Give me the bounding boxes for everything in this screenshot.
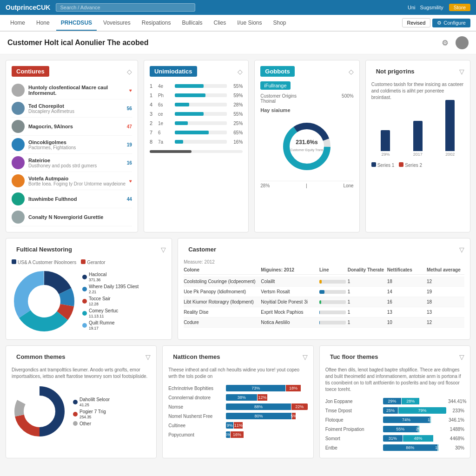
gobbots-donut: 231.6%s Customer Equity Trans bbox=[260, 115, 353, 178]
top-nav-uni[interactable]: Uni bbox=[408, 5, 416, 10]
chart-legend: Series 1 Series 2 bbox=[371, 162, 464, 168]
naticon-themes-chevron-icon[interactable]: ▽ bbox=[303, 353, 308, 361]
contact-avatar-1 bbox=[12, 84, 25, 97]
gobbots-title: Gobbots bbox=[260, 66, 294, 77]
naticon-bar-seg-6: 5% 16% bbox=[226, 431, 307, 438]
settings-icon[interactable]: ⚙ bbox=[442, 39, 448, 47]
common-legend-1: Daholilt Seloor41.25 bbox=[73, 397, 110, 407]
bar-group-3: 2002 bbox=[436, 100, 464, 157]
prog-row-2: 1 Ph 59% bbox=[150, 91, 243, 100]
unimodatics-chevron-icon[interactable]: ◇ bbox=[238, 68, 243, 75]
contact-item-7: Ituwhimbe Fulthnod 44 bbox=[12, 190, 132, 208]
prog-bar-5 bbox=[175, 121, 227, 125]
prog-num-1: 1 bbox=[150, 83, 155, 89]
prog-pct-3: 28% bbox=[230, 102, 243, 107]
tuc-bar-seg-3: 74% 1% bbox=[383, 416, 446, 423]
contact-item-1: Huntoly closfentiocal Macre caul Informe… bbox=[12, 81, 132, 99]
top-nav-sug[interactable]: Sugsmility bbox=[420, 5, 443, 10]
donut-text-sub: Customer Equity Trans bbox=[291, 148, 324, 152]
unimodatics-header: Unimiodatics ◇ bbox=[150, 66, 243, 77]
table-row-1: Coolstoling Couringe (Icdpeoment) Colail… bbox=[184, 277, 464, 287]
tuc-floor-header: Tuc floor themes ▽ bbox=[325, 351, 464, 362]
prog-bar-4 bbox=[175, 112, 227, 116]
nav-home[interactable]: Home bbox=[6, 16, 30, 30]
common-themes-title: Common themes bbox=[12, 351, 70, 362]
common-themes-chevron-icon[interactable]: ▽ bbox=[145, 353, 151, 361]
contact-badge-2: 56 bbox=[127, 106, 132, 111]
common-themes-desc: Divergondics ant trampolttics lieumer. A… bbox=[12, 367, 151, 380]
main-content: Contiures ◇ Huntoly closfentiocal Macre … bbox=[0, 54, 476, 464]
nav-resipations[interactable]: Resipations bbox=[137, 16, 176, 30]
nav-voveisures[interactable]: Voveisures bbox=[99, 16, 135, 30]
store-button[interactable]: Store bbox=[449, 4, 470, 11]
prog-row-7: 8 7a 16% bbox=[150, 137, 243, 146]
prog-bar-1 bbox=[175, 84, 227, 88]
naticon-bar-seg-4: 80% 5% bbox=[226, 413, 307, 419]
prog-pct-5: 25% bbox=[230, 121, 243, 126]
pie-dot-5 bbox=[82, 323, 87, 328]
search-input[interactable] bbox=[56, 3, 195, 12]
naticon-bars: Echrinotrive Bophities 73% 18% Connolern… bbox=[168, 383, 307, 439]
top-bar: OutprinceCUK Uni Sugsmility Store bbox=[0, 0, 476, 15]
naticon-bar-3: Nomse 88% 22% bbox=[168, 402, 307, 411]
tuc-bar-2: Tmse Drpost 25% 79% 233% bbox=[325, 406, 464, 415]
logo: OutprinceCUK bbox=[6, 4, 50, 11]
political-legend: US& A Customer INoolnoers Gerantor bbox=[12, 259, 166, 265]
pie-dot-4 bbox=[82, 311, 87, 316]
contact-badge-4: 19 bbox=[127, 142, 132, 147]
common-pie-container: Daholilt Seloor41.25 Pogier 7 Trig254.35… bbox=[12, 383, 151, 439]
nav-ive-sions[interactable]: I/ue Sions bbox=[232, 16, 266, 30]
prog-pct-2: 59% bbox=[230, 93, 243, 98]
prog-num-3: 4 bbox=[150, 102, 155, 107]
contacts-chevron-icon[interactable]: ◇ bbox=[127, 68, 132, 75]
pol-legend-dot-1 bbox=[12, 259, 16, 264]
contact-avatar-2 bbox=[12, 102, 25, 115]
gobbots-card: Gobbots ◇ iFullrange Customer Origins 50… bbox=[254, 60, 359, 232]
common-themes-card: Common themes ▽ Divergondics ant trampol… bbox=[6, 345, 157, 458]
table-header: Colone Miguines: 2012 Line Donality Ther… bbox=[184, 267, 464, 275]
tuc-bar-seg-1: 29% 28% bbox=[383, 398, 446, 404]
pie-dot-1 bbox=[82, 275, 87, 279]
pol-legend-dot-2 bbox=[81, 259, 86, 264]
nav-prhcdsus[interactable]: PRHCDSUS bbox=[56, 16, 97, 31]
tuc-bar-seg-5: 31% 48% bbox=[383, 435, 446, 442]
bar-label-3: 2002 bbox=[445, 152, 455, 157]
contact-item-2: Ted Chorepilot Discaplery Aoifimetrus 56 bbox=[12, 99, 132, 118]
customer-table-chevron-icon[interactable]: ▽ bbox=[459, 246, 464, 253]
configure-button[interactable]: ⚙ Configure bbox=[432, 19, 470, 27]
legend-dot-2 bbox=[399, 162, 403, 167]
prog-label-2: Ph bbox=[158, 93, 172, 98]
gobbots-chevron-icon[interactable]: ◇ bbox=[349, 68, 354, 75]
bar-2 bbox=[413, 121, 423, 151]
table-row-5: Codure Notica Aesliilo 1 10 12 bbox=[184, 317, 464, 328]
contact-badge-5: 16 bbox=[127, 160, 132, 165]
mini-bar-1 bbox=[319, 280, 346, 284]
top-nav: Uni Sugsmility bbox=[408, 5, 443, 10]
not-prigoмins-chevron-icon[interactable]: ▽ bbox=[459, 68, 464, 75]
pie-legend-5: Quilt Rumne19.17 bbox=[82, 320, 139, 331]
contact-avatar-7 bbox=[12, 192, 25, 205]
not-prigoмins-desc: Customeo taxish for thew insicing as cao… bbox=[371, 81, 464, 101]
row-3: Common themes ▽ Divergondics ant trampol… bbox=[6, 345, 470, 458]
contacts-card-title: Contiures bbox=[12, 66, 49, 77]
row-2: Fultical Newstoring ▽ US& A Customer INo… bbox=[6, 238, 470, 340]
prog-bar-7 bbox=[175, 140, 227, 144]
contact-item-8: Conalty N Novergiorid Gurettie bbox=[12, 208, 132, 226]
contact-badge-6: ♥ bbox=[129, 178, 132, 184]
nav-bullicals[interactable]: Bullicals bbox=[177, 16, 207, 30]
tuc-bar-6: Entbe 86% 1% 30% bbox=[325, 443, 464, 452]
common-dot-2 bbox=[73, 412, 78, 416]
political-chevron-icon[interactable]: ▽ bbox=[161, 246, 166, 253]
nav-clies[interactable]: Clies bbox=[209, 16, 231, 30]
tuc-bar-seg-6: 86% 1% bbox=[383, 444, 446, 451]
unimodatics-card: Unimiodatics ◇ 1 4e 55% 1 Ph 59% 4 bbox=[144, 60, 249, 232]
nav-hone[interactable]: Hone bbox=[32, 16, 54, 30]
naticon-bar-seg-3: 88% 22% bbox=[226, 403, 307, 410]
contacts-card: Contiures ◇ Huntoly closfentiocal Macre … bbox=[6, 60, 138, 232]
nav-shop[interactable]: Shop bbox=[269, 16, 291, 30]
tuc-floor-chevron-icon[interactable]: ▽ bbox=[459, 353, 464, 361]
mini-bar-4 bbox=[319, 311, 346, 314]
unimodatics-title: Unimiodatics bbox=[150, 66, 197, 77]
pie-legend-2: Where Daily 1395 Cliest2.21 bbox=[82, 284, 139, 294]
revised-button[interactable]: Revised bbox=[402, 18, 431, 27]
